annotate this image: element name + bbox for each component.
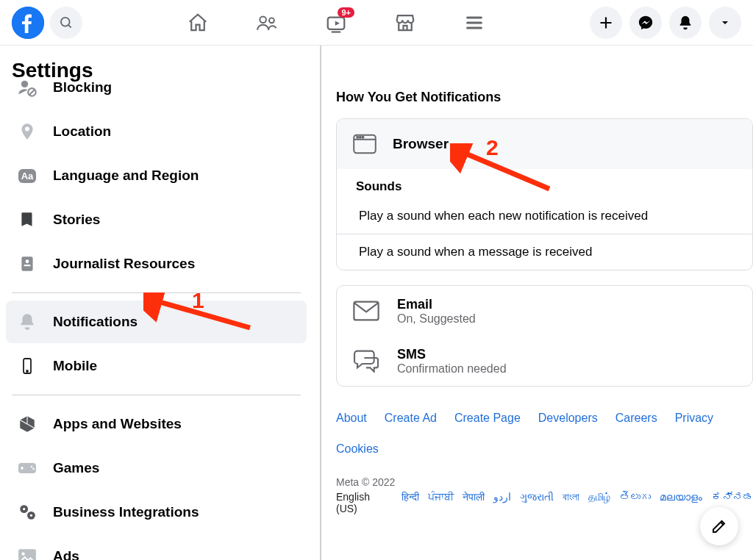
language-link[interactable]: ગુજરાતી [520, 491, 554, 514]
footer-link[interactable]: About [336, 412, 367, 425]
hamburger-icon [464, 12, 485, 33]
sidebar-item-mobile[interactable]: Mobile [6, 345, 307, 387]
language-link[interactable]: தமிழ் [588, 491, 610, 514]
svg-point-19 [26, 370, 28, 372]
friends-icon [256, 12, 278, 34]
browser-window-icon [351, 131, 378, 157]
current-language[interactable]: English (US) [336, 491, 393, 514]
browser-header[interactable]: Browser [337, 119, 752, 169]
sounds-label: Sounds [337, 169, 752, 198]
sidebar-item-label: Language and Region [53, 168, 199, 184]
meta-copyright: Meta © 2022 [336, 476, 753, 488]
svg-point-3 [260, 16, 266, 23]
nav-marketplace[interactable] [394, 12, 416, 34]
svg-point-26 [30, 514, 32, 517]
marker-icon [13, 118, 41, 146]
caret-down-icon [719, 17, 731, 29]
sidebar-item-label: Mobile [53, 358, 97, 374]
nav-friends[interactable] [256, 12, 278, 34]
sidebar-item-stories[interactable]: Stories [6, 198, 307, 241]
compose-fab[interactable] [700, 507, 738, 545]
create-button[interactable] [590, 7, 622, 39]
language-link[interactable]: తెలుగు [619, 491, 651, 514]
footer-link[interactable]: Developers [538, 412, 598, 425]
sidebar-item-label: Ads [53, 548, 79, 560]
language-row: English (US) हिन्दीਪੰਜਾਬੀनेपालीاردوગુજરા… [336, 491, 753, 514]
svg-rect-27 [18, 549, 36, 560]
language-link[interactable]: বাংলা [563, 491, 579, 514]
image-icon [13, 542, 41, 560]
language-link[interactable]: ਪੰਜਾਬੀ [428, 491, 454, 514]
chat-icon [351, 346, 381, 376]
language-link[interactable]: اردو [493, 491, 511, 514]
language-link[interactable]: മലയാളം [660, 491, 702, 514]
browser-card: Browser Sounds Play a sound when each ne… [336, 118, 753, 270]
svg-point-22 [32, 468, 35, 470]
svg-point-12 [21, 81, 28, 87]
home-icon [187, 12, 209, 34]
sound-option[interactable]: Play a sound when a message is received [337, 234, 752, 270]
marketplace-icon [394, 12, 416, 34]
footer-link[interactable]: Cookies [336, 442, 379, 456]
messenger-button[interactable] [629, 7, 662, 39]
nav-home[interactable] [187, 12, 209, 34]
sound-option[interactable]: Play a sound when each new notification … [337, 198, 752, 234]
method-email[interactable]: Email On, Suggested [337, 286, 752, 336]
bell-icon [13, 308, 41, 336]
annotation-number-1: 1 [192, 288, 204, 313]
sidebar-item-games[interactable]: Games [6, 447, 307, 489]
sidebar-item-label: Journalist Resources [53, 256, 195, 272]
svg-point-16 [26, 259, 29, 263]
sidebar-item-language[interactable]: Aa Language and Region [6, 154, 307, 197]
sidebar-divider [12, 395, 301, 395]
sidebar-item-apps[interactable]: Apps and Websites [6, 403, 307, 445]
sidebar-item-journalist[interactable]: Journalist Resources [6, 243, 307, 285]
user-block-icon [13, 73, 41, 101]
search-icon [59, 15, 74, 30]
browser-title: Browser [393, 136, 449, 152]
svg-rect-17 [24, 265, 31, 266]
facebook-logo[interactable] [12, 7, 44, 39]
section-heading: How You Get Notifications [336, 90, 753, 105]
account-button[interactable] [709, 7, 741, 39]
method-sms[interactable]: SMS Confirmation needed [337, 336, 752, 386]
annotation-number-2: 2 [486, 135, 499, 160]
language-link[interactable]: हिन्दी [402, 491, 419, 514]
sidebar-item-biz[interactable]: Business Integrations [6, 491, 307, 534]
svg-point-1 [61, 17, 70, 26]
bell-icon [677, 15, 693, 31]
gamepad-icon [13, 454, 41, 482]
method-sub: On, Suggested [397, 312, 476, 326]
sidebar: Settings Blocking Location [0, 46, 321, 560]
nav-watch[interactable]: 9+ [325, 12, 347, 34]
sidebar-item-notifications[interactable]: Notifications [6, 301, 307, 343]
language-link[interactable]: नेपाली [463, 491, 485, 514]
search-button[interactable] [50, 7, 82, 39]
sidebar-item-label: Apps and Websites [53, 416, 182, 432]
aa-icon: Aa [13, 162, 41, 190]
svg-point-25 [23, 508, 25, 510]
main: How You Get Notifications Browser Sounds… [321, 46, 753, 560]
sidebar-item-blocking[interactable]: Blocking [6, 66, 307, 109]
header-right [590, 7, 741, 39]
sidebar-item-label: Location [53, 123, 111, 140]
sidebar-item-label: Stories [53, 212, 100, 228]
nav-menu[interactable] [463, 12, 485, 34]
svg-point-33 [357, 137, 358, 138]
notifications-button[interactable] [669, 7, 702, 39]
header: 9+ [0, 0, 753, 46]
sidebar-item-ads[interactable]: Ads [6, 535, 307, 560]
header-nav: 9+ [88, 12, 584, 34]
watch-badge: 9+ [338, 7, 354, 18]
footer-link[interactable]: Privacy [675, 412, 713, 425]
sidebar-item-location[interactable]: Location [6, 110, 307, 153]
svg-line-2 [68, 24, 71, 27]
envelope-icon [351, 296, 381, 326]
footer-link[interactable]: Create Ad [385, 412, 437, 425]
phone-icon [13, 352, 41, 380]
footer-link[interactable]: Create Page [454, 412, 521, 425]
svg-rect-15 [21, 256, 32, 271]
sidebar-item-label: Notifications [53, 314, 138, 330]
footer-link[interactable]: Careers [615, 412, 657, 425]
badge-id-icon [13, 250, 41, 278]
